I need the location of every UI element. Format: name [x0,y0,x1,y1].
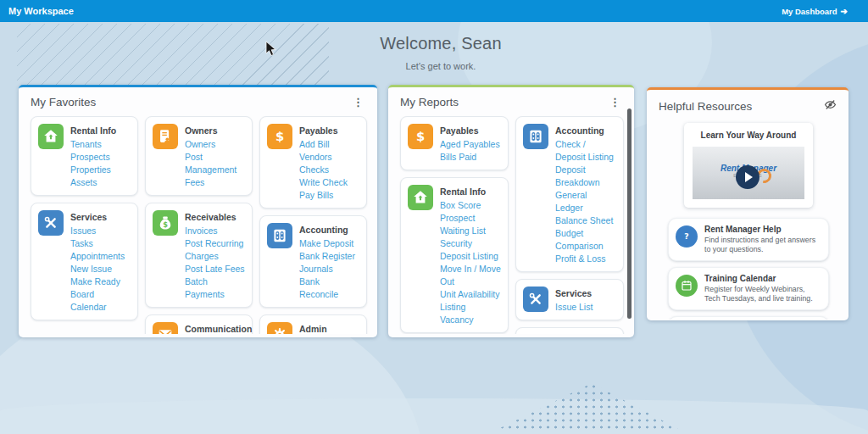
card-column: OwnersOwnersPost Management Fees$Receiva… [145,116,253,334]
kebab-menu-icon[interactable] [349,95,367,109]
payables-dollar-icon: $ [408,124,433,149]
favorite-link[interactable]: Bills Paid [440,151,500,164]
favorite-link[interactable]: Aged Payables [440,138,500,151]
services-tools-icon [523,287,548,312]
favorite-link[interactable]: Tasks [70,237,131,250]
category-title: Payables [299,125,348,136]
category-card: AdminAudit TrailTenant Web Access Licens… [515,327,624,334]
category-title: Owners [185,125,245,136]
favorite-link[interactable]: Vacancy [440,314,501,326]
category-title: Services [70,212,131,222]
my-dashboard-label: My Dashboard [782,7,837,16]
svg-text:$: $ [416,129,425,143]
favorite-link[interactable]: Box Score [440,199,501,212]
my-dashboard-button[interactable]: My Dashboard [782,7,848,16]
favorite-link[interactable]: Add Bill [299,138,348,151]
app-header: My Workspace My Dashboard [0,0,868,22]
accounting-ledger-icon [267,223,292,248]
favorite-link[interactable]: Post Late Fees [185,263,245,275]
favorite-link[interactable]: Security Deposit Listing [440,237,501,263]
card-column: AccountingCheck / Deposit ListingDeposit… [515,116,624,334]
card-column: $PayablesAged PayablesBills PaidRental I… [400,116,509,334]
svg-text:$: $ [275,129,284,143]
eye-slash-icon[interactable] [822,97,838,114]
favorite-link[interactable]: Invoices [185,225,245,237]
category-card: Rental InfoBox ScoreProspect Waiting Lis… [400,177,509,333]
owners-document-icon [153,124,178,149]
favorite-link[interactable]: Pay Bills [299,189,348,202]
video-thumbnail[interactable]: Rent Manager EXPRESS [693,147,804,199]
svg-text:?: ? [684,231,688,241]
learn-video-card: Learn Your Way Around Rent Manager EXPRE… [684,123,813,208]
calendar-icon [676,275,698,297]
favorite-link[interactable]: Unit Availability Listing [440,288,501,314]
favorite-link[interactable]: Tenants [70,138,116,151]
reports-scrollbar[interactable] [627,108,632,319]
favorite-link[interactable]: Journals [299,263,359,275]
dot-triangle-pattern [498,383,678,429]
favorite-link[interactable]: Profit & Loss [555,253,616,265]
favorite-link[interactable]: Bank Reconcile [299,275,359,301]
resource-title: Rent Manager Help [704,225,821,234]
favorite-link[interactable]: Make Deposit [299,237,359,250]
favorite-link[interactable]: Check / Deposit Listing [555,138,616,164]
favorite-link[interactable]: Checks [299,164,348,176]
diagonal-hatch-pattern [17,24,329,86]
svg-text:$: $ [163,220,168,229]
video-title: Learn Your Way Around [692,131,805,140]
accounting-ledger-icon [523,124,548,149]
favorite-link[interactable]: Issue List [555,301,593,314]
favorite-link[interactable]: General Ledger [555,189,616,214]
favorite-link[interactable]: Vendors [299,151,348,164]
helpful-resources-panel: Helpful Resources Learn Your Way Around … [647,87,849,320]
resource-item[interactable]: Rent Manager UniversityLearn at your own… [668,316,829,320]
kebab-menu-icon[interactable] [606,95,624,109]
category-card: AdminUsersAutomated Notifications [259,314,367,334]
admin-gear-icon [267,322,292,334]
favorite-link[interactable]: Prospect Waiting List [440,212,501,237]
favorite-link[interactable]: Calendar [70,301,131,314]
favorite-link[interactable]: New Issue [70,263,131,275]
favorite-link[interactable]: Make Ready Board [70,275,131,301]
favorite-link[interactable]: Properties [70,164,116,176]
card-column: Rental InfoTenantsProspectsPropertiesAss… [31,116,138,320]
reports-card-grid: $PayablesAged PayablesBills PaidRental I… [400,116,624,334]
resource-item[interactable]: ?Rent Manager HelpFind instructions and … [668,218,829,261]
category-card: $PayablesAdd BillVendorsChecksWrite Chec… [259,116,367,209]
mouse-cursor [265,41,278,61]
welcome-subtitle: Let's get to work. [380,61,501,71]
my-favorites-title: My Favorites [31,96,96,108]
play-icon[interactable] [736,165,760,189]
resource-description: Register for Weekly Webinars, Tech Tuesd… [704,285,821,303]
category-card: ServicesIssue List [515,279,624,320]
category-title: Receivables [185,212,245,222]
category-card: OwnersOwnersPost Management Fees [145,116,253,196]
favorite-link[interactable]: Budget Comparison [555,227,616,253]
favorite-link[interactable]: Batch Payments [185,275,245,301]
receivables-moneybag-icon: $ [153,210,178,236]
category-title: Admin [299,324,359,334]
category-card: CommunicationCompose EmailText Messaging… [145,314,253,334]
favorite-link[interactable]: Balance Sheet [555,214,616,227]
favorite-link[interactable]: Deposit Breakdown [555,164,616,189]
favorite-link[interactable]: Post Management Fees [185,151,245,189]
favorite-link[interactable]: Assets [70,176,116,189]
favorite-link[interactable]: Write Check [299,176,348,189]
category-card: AccountingCheck / Deposit ListingDeposit… [515,116,624,272]
category-card: AccountingMake DepositBank RegisterJourn… [259,215,367,308]
favorite-link[interactable]: Bank Register [299,250,359,263]
favorite-link[interactable]: Prospects [70,151,116,164]
favorite-link[interactable]: Post Recurring Charges [185,237,245,263]
favorite-link[interactable]: Issues [70,225,131,237]
resource-list: ?Rent Manager HelpFind instructions and … [659,218,838,320]
favorite-link[interactable]: Owners [185,138,245,151]
my-reports-panel: My Reports $PayablesAged PayablesBills P… [388,85,634,337]
category-title: Communication [185,324,245,334]
resource-item[interactable]: Training CalendarRegister for Weekly Web… [668,267,829,310]
category-card: Rental InfoTenantsProspectsPropertiesAss… [31,116,138,196]
category-card: ServicesIssuesTasksAppointmentsNew Issue… [31,203,138,320]
favorite-link[interactable]: Appointments [70,250,131,263]
favorite-link[interactable]: Move In / Move Out [440,263,501,288]
favorites-card-grid: Rental InfoTenantsProspectsPropertiesAss… [31,116,367,334]
category-card: $PayablesAged PayablesBills Paid [400,116,509,170]
